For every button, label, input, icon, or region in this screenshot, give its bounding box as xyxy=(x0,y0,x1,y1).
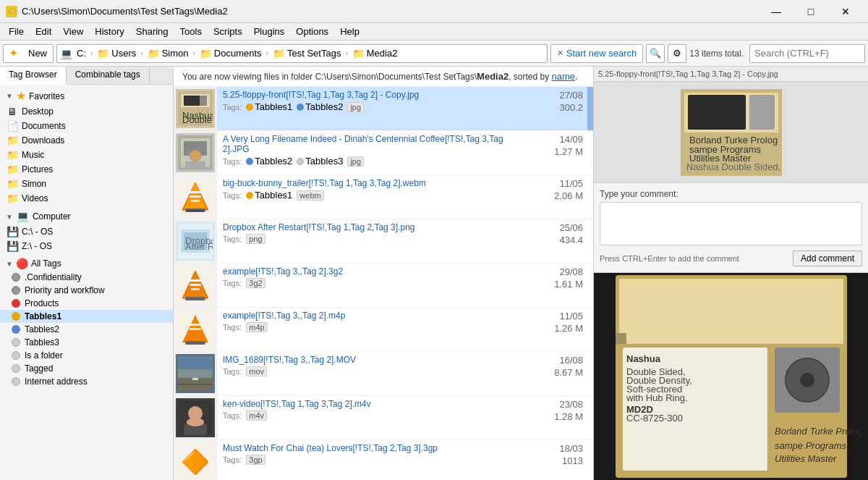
comment-footer: Press CTRL+Enter to add the comment Add … xyxy=(600,250,862,266)
file-row-5[interactable]: example[!TS!,Tag 3,,Tag 2].m4p Tags: m4p… xyxy=(174,308,593,352)
file-meta-3: 25/06 434.4 xyxy=(529,219,587,263)
gear-icon-button[interactable]: ⚙ xyxy=(668,44,686,63)
file-row-7[interactable]: ken-video[!TS!,Tag 1,Tag 3,Tag 2].m4v Ta… xyxy=(174,396,593,440)
tree-item-pictures[interactable]: 📁 Pictures xyxy=(0,162,173,177)
comment-textarea[interactable] xyxy=(600,202,862,245)
close-button[interactable]: ✕ xyxy=(829,1,862,22)
file-row-4[interactable]: example[!TS!,Tag 3,,Tag 2].3g2 Tags: 3g2… xyxy=(174,264,593,308)
file-tags-7: Tags: m4v xyxy=(223,410,524,421)
start-new-search-button[interactable]: ✕ Start new search xyxy=(550,44,644,63)
right-preview: Borland Turke Prolog sampe Programs Util… xyxy=(594,82,868,183)
scroll-mark-7 xyxy=(587,396,593,439)
tag-item-confidentiality[interactable]: .Confidentiality xyxy=(0,271,173,284)
tag-item-tabbles3[interactable]: Tabbles3 xyxy=(0,336,173,349)
file-row-3[interactable]: Dropbox After Restart Dropbox After Rest… xyxy=(174,219,593,264)
tag-item-is-a-folder[interactable]: Is a folder xyxy=(0,349,173,362)
tabbles1-badge-label: Tabbles1 xyxy=(255,101,292,112)
file-row-2[interactable]: big-buck-bunny_trailer[!TS!,Tag 1,Tag 3,… xyxy=(174,175,593,219)
files-list: Nashua Double Sided 5.25-floppy-front[!T… xyxy=(174,87,593,480)
address-media2[interactable]: 📁Media2 xyxy=(350,47,400,60)
new-button[interactable]: ✦ New xyxy=(3,44,54,63)
svg-rect-27 xyxy=(191,288,200,290)
menu-help[interactable]: Help xyxy=(334,25,365,38)
search-icon-button[interactable]: 🔍 xyxy=(646,44,665,63)
tag-item-products[interactable]: Products xyxy=(0,297,173,310)
tree-item-desktop[interactable]: 🖥 Desktop xyxy=(0,104,173,119)
tag-item-internet-address[interactable]: Internet address xyxy=(0,375,173,388)
file-row-8[interactable]: 🔶 Must Watch For Chai (tea) Lovers[!TS!,… xyxy=(174,440,593,480)
file-name-2: big-buck-bunny_trailer[!TS!,Tag 1,Tag 3,… xyxy=(223,178,524,188)
tabbles3-label: Tabbles3 xyxy=(25,337,59,348)
computer-group: ▼ 💻 Computer 💾 C:\ - OS 💾 Z:\ - OS xyxy=(0,209,173,253)
tree-item-c-drive[interactable]: 💾 C:\ - OS xyxy=(0,224,173,239)
tag-ext-3gp: 3gp xyxy=(246,455,265,465)
tag-ext-mov: mov xyxy=(246,366,267,376)
tab-tag-browser[interactable]: Tag Browser xyxy=(0,67,67,85)
tab-combinable-tags[interactable]: Combinable tags xyxy=(67,67,150,84)
menu-edit[interactable]: Edit xyxy=(30,25,57,38)
simon-icon: 📁 xyxy=(6,178,19,190)
svg-text:Nashua: Nashua xyxy=(626,353,661,364)
maximize-button[interactable]: □ xyxy=(794,1,827,22)
tags-prefix-2: Tags: xyxy=(223,191,242,200)
vlc-cone-icon-5 xyxy=(181,313,210,345)
computer-expand-icon: ▼ xyxy=(6,213,13,221)
file-tags-8: Tags: 3gp xyxy=(223,455,524,465)
file-meta-2: 11/05 2.06 M xyxy=(529,175,587,219)
menu-plugins[interactable]: Plugins xyxy=(248,25,291,38)
address-documents[interactable]: 📁Documents xyxy=(197,47,264,60)
scroll-mark-1 xyxy=(587,131,593,174)
tree-item-music[interactable]: 📁 Music xyxy=(0,148,173,162)
file-row-6[interactable]: IMG_1689[!TS!,Tag 3,,Tag 2].MOV Tags: mo… xyxy=(174,352,593,396)
menu-sharing[interactable]: Sharing xyxy=(130,25,174,38)
tag-item-priority[interactable]: Priority and workflow xyxy=(0,284,173,297)
svg-rect-26 xyxy=(190,284,201,286)
tag-item-tabbles2[interactable]: Tabbles2 xyxy=(0,323,173,336)
tag-badge-tabbles1-2: Tabbles1 xyxy=(246,190,292,201)
search-input[interactable] xyxy=(749,44,865,63)
menu-file[interactable]: File xyxy=(3,25,30,38)
svg-rect-36 xyxy=(178,384,213,385)
file-row-0[interactable]: Nashua Double Sided 5.25-floppy-front[!T… xyxy=(174,87,593,131)
tree-item-documents[interactable]: 📄 Documents xyxy=(0,119,173,133)
address-testsetstags[interactable]: 📁Test SetTags xyxy=(271,47,343,60)
tree-item-z-drive[interactable]: 💾 Z:\ - OS xyxy=(0,239,173,253)
file-size-5: 1.26 M xyxy=(534,323,583,334)
file-row-1[interactable]: A Very Long Filename Indeed - Dinah's Ce… xyxy=(174,131,593,175)
address-users[interactable]: 📁Users xyxy=(95,47,138,60)
menu-scripts[interactable]: Scripts xyxy=(208,25,248,38)
minimize-button[interactable]: — xyxy=(760,1,793,22)
menu-view[interactable]: View xyxy=(57,25,89,38)
svg-text:Double Sided: Double Sided xyxy=(182,114,213,125)
confidentiality-dot xyxy=(12,273,20,282)
svg-rect-34 xyxy=(178,369,213,378)
tree-item-videos[interactable]: 📁 Videos xyxy=(0,191,173,206)
file-tags-2: Tags: Tabbles1 webm xyxy=(223,190,524,201)
menu-history[interactable]: History xyxy=(89,25,129,38)
favorites-header[interactable]: ▼ ★ Favorites xyxy=(0,88,173,104)
favorites-expand-icon: ▼ xyxy=(6,92,13,100)
tree-item-simon[interactable]: 📁 Simon xyxy=(0,177,173,191)
computer-header[interactable]: ▼ 💻 Computer xyxy=(0,209,173,224)
app-icon: 🏷 xyxy=(6,6,17,17)
tag-item-tabbles1[interactable]: Tabbles1 xyxy=(0,310,173,323)
svg-rect-44 xyxy=(749,95,775,130)
file-name-7: ken-video[!TS!,Tag 1,Tag 3,Tag 2].m4v xyxy=(223,399,524,409)
sort-by-name-link[interactable]: name xyxy=(552,71,576,82)
address-simon[interactable]: 📁Simon xyxy=(145,47,191,60)
tabbles1-dot xyxy=(12,312,20,321)
svg-rect-66 xyxy=(616,333,626,344)
middle-info: You are now viewing files in folder C:\U… xyxy=(174,67,593,87)
add-comment-button[interactable]: Add comment xyxy=(793,250,862,266)
tag-ext-jpg-1: jpg xyxy=(347,156,364,167)
file-info-7: ken-video[!TS!,Tag 1,Tag 3,Tag 2].m4v Ta… xyxy=(217,396,529,439)
scroll-mark-2 xyxy=(587,175,593,219)
file-meta-1: 14/09 1.27 M xyxy=(529,131,587,174)
address-c-drive[interactable]: C: xyxy=(75,47,88,59)
menu-tools[interactable]: Tools xyxy=(174,25,208,38)
menu-options[interactable]: Options xyxy=(290,25,334,38)
all-tags-header[interactable]: ▼ 🔴 All Tags xyxy=(0,256,173,271)
file-info-2: big-buck-bunny_trailer[!TS!,Tag 1,Tag 3,… xyxy=(217,175,529,219)
tree-item-downloads[interactable]: 📁 Downloads xyxy=(0,133,173,148)
tag-item-tagged[interactable]: Tagged xyxy=(0,362,173,375)
